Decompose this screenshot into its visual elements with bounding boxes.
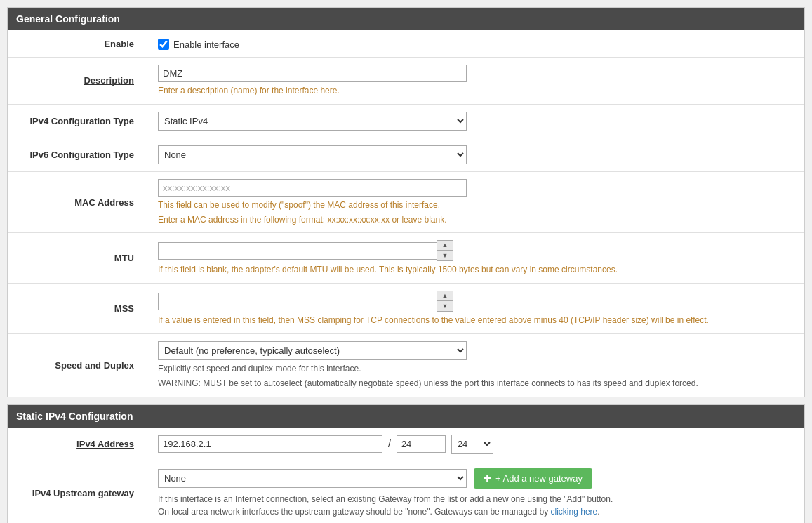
mac-address-row: MAC Address This field can be used to mo…	[8, 171, 804, 233]
description-value: DMZ Enter a description (name) for the i…	[148, 58, 804, 105]
plus-icon: ✚	[484, 473, 491, 484]
mtu-spinner-wrap: ▲ ▼	[158, 240, 794, 261]
enable-checkbox-label: Enable interface	[173, 39, 239, 50]
gateway-row: None ✚ + Add a new gateway	[158, 468, 794, 489]
description-row: Description DMZ Enter a description (nam…	[8, 58, 804, 105]
mtu-row: MTU ▲ ▼ If this field is blank, the adap…	[8, 233, 804, 284]
ipv4-config-type-select[interactable]: Static IPv4 DHCP None	[158, 112, 467, 131]
enable-checkbox[interactable]	[158, 39, 169, 50]
enable-value: Enable interface	[148, 30, 804, 58]
mss-input[interactable]	[158, 293, 437, 310]
general-config-table: Enable Enable interface Description DMZ …	[8, 30, 804, 397]
mtu-help: If this field is blank, the adapter's de…	[158, 264, 794, 276]
enable-label: Enable	[8, 30, 148, 58]
ipv4-address-value: 192.168.2.1 / 24 32 30 29 28 27 26 25 23…	[148, 428, 804, 461]
gateway-help-text1: If this interface is an Internet connect…	[158, 494, 613, 504]
mtu-label: MTU	[8, 233, 148, 284]
speed-duplex-help1: Explicitly set speed and duplex mode for…	[158, 363, 794, 375]
mtu-spinner-buttons: ▲ ▼	[437, 240, 453, 261]
ipv4-config-type-value: Static IPv4 DHCP None	[148, 104, 804, 138]
static-ipv4-header-title: Static IPv4 Configuration	[16, 411, 133, 422]
mtu-value: ▲ ▼ If this field is blank, the adapter'…	[148, 233, 804, 284]
mss-help: If a value is entered in this field, the…	[158, 315, 794, 326]
ipv6-config-type-select[interactable]: None DHCP6 Static IPv6 Track Interface S…	[158, 145, 467, 164]
speed-duplex-help2: WARNING: MUST be set to autoselect (auto…	[158, 378, 794, 390]
upstream-gateway-value: None ✚ + Add a new gateway If this inter…	[148, 461, 804, 523]
slash-separator: /	[388, 438, 391, 449]
description-help: Enter a description (name) for the inter…	[158, 85, 794, 97]
description-label: Description	[8, 58, 148, 105]
ipv4-config-type-label: IPv4 Configuration Type	[8, 104, 148, 138]
ipv4-address-input[interactable]: 192.168.2.1	[158, 435, 382, 453]
ipv4-address-label: IPv4 Address	[8, 428, 148, 461]
cidr-input[interactable]	[397, 435, 446, 453]
gateway-help-text3: .	[597, 507, 599, 517]
speed-duplex-row: Speed and Duplex Default (no preference,…	[8, 333, 804, 396]
mac-address-help1: This field can be used to modify ("spoof…	[158, 199, 794, 211]
gateway-help: If this interface is an Internet connect…	[158, 493, 794, 518]
ipv6-config-type-value: None DHCP6 Static IPv6 Track Interface S…	[148, 138, 804, 171]
static-ipv4-panel: Static IPv4 Configuration IPv4 Address 1…	[7, 404, 805, 523]
speed-duplex-label: Speed and Duplex	[8, 333, 148, 396]
general-config-header: General Configuration	[8, 8, 804, 30]
general-header-title: General Configuration	[16, 13, 120, 25]
mac-address-value: This field can be used to modify ("spoof…	[148, 171, 804, 233]
mtu-increment-button[interactable]: ▲	[437, 241, 453, 251]
mss-spinner-wrap: ▲ ▼	[158, 291, 794, 312]
upstream-gateway-row: IPv4 Upstream gateway None ✚ + Add a new…	[8, 461, 804, 523]
static-ipv4-header: Static IPv4 Configuration	[8, 405, 804, 428]
enable-row: Enable Enable interface	[8, 30, 804, 58]
cidr-select[interactable]: 24 32 30 29 28 27 26 25 23 22 21 20 16 8	[451, 435, 493, 454]
speed-duplex-value: Default (no preference, typically autose…	[148, 333, 804, 396]
ipv4-addr-row: 192.168.2.1 / 24 32 30 29 28 27 26 25 23…	[158, 435, 794, 454]
mac-address-input[interactable]	[158, 179, 467, 197]
add-gateway-button[interactable]: ✚ + Add a new gateway	[474, 468, 592, 489]
mac-address-help2: Enter a MAC address in the following for…	[158, 214, 794, 226]
add-gateway-label: + Add a new gateway	[495, 473, 583, 484]
enable-checkbox-row: Enable interface	[158, 39, 794, 50]
ipv6-config-type-row: IPv6 Configuration Type None DHCP6 Stati…	[8, 138, 804, 171]
clicking-here-link[interactable]: clicking here	[551, 507, 598, 517]
mss-label: MSS	[8, 284, 148, 334]
general-config-panel: General Configuration Enable Enable inte…	[7, 7, 805, 397]
speed-duplex-select[interactable]: Default (no preference, typically autose…	[158, 341, 467, 360]
static-ipv4-table: IPv4 Address 192.168.2.1 / 24 32 30 29 2…	[8, 428, 804, 523]
mtu-input[interactable]	[158, 242, 437, 260]
mss-value: ▲ ▼ If a value is entered in this field,…	[148, 284, 804, 334]
upstream-gateway-select[interactable]: None	[158, 469, 467, 488]
mac-address-label: MAC Address	[8, 171, 148, 233]
gateway-help-text2: On local area network interfaces the ups…	[158, 507, 548, 517]
mtu-decrement-button[interactable]: ▼	[437, 251, 453, 260]
ipv4-config-type-row: IPv4 Configuration Type Static IPv4 DHCP…	[8, 104, 804, 138]
mss-spinner-buttons: ▲ ▼	[437, 291, 453, 312]
ipv4-address-row: IPv4 Address 192.168.2.1 / 24 32 30 29 2…	[8, 428, 804, 461]
mss-increment-button[interactable]: ▲	[437, 291, 453, 301]
ipv6-config-type-label: IPv6 Configuration Type	[8, 138, 148, 171]
upstream-gateway-label: IPv4 Upstream gateway	[8, 461, 148, 523]
description-input[interactable]: DMZ	[158, 65, 467, 82]
mss-row: MSS ▲ ▼ If a value is entered in this fi…	[8, 284, 804, 334]
mss-decrement-button[interactable]: ▼	[437, 301, 453, 311]
